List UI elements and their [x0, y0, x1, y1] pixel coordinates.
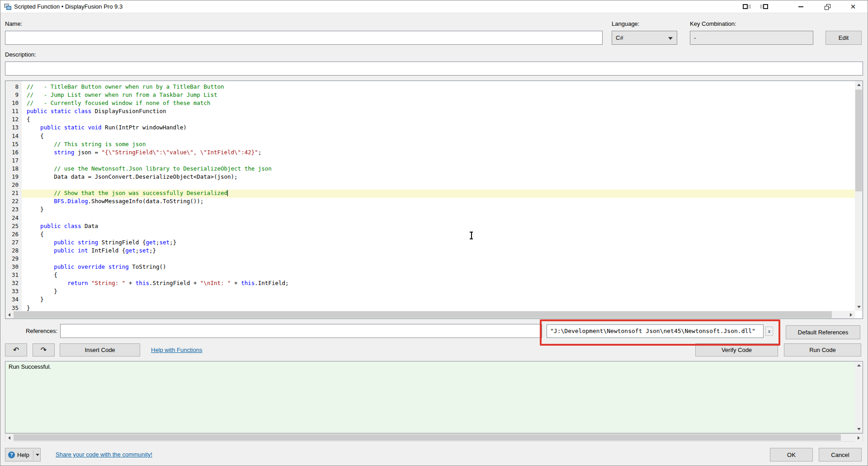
code-editor[interactable]: 8910111213141516171819202122232425262728…: [5, 81, 863, 319]
code-line[interactable]: }: [22, 288, 855, 296]
code-vscroll-thumb[interactable]: [855, 90, 862, 191]
chevron-down-icon[interactable]: [36, 454, 39, 456]
line-number: 14: [5, 133, 22, 141]
line-number: 9: [5, 91, 22, 100]
scroll-right-arrow-icon[interactable]: [847, 311, 855, 319]
code-line[interactable]: Data data = JsonConvert.DeserializeObjec…: [22, 173, 855, 181]
undo-button[interactable]: ↶: [5, 343, 27, 357]
insert-code-button[interactable]: Insert Code: [60, 343, 140, 357]
move-window-right-monitor-icon: [759, 4, 769, 10]
scroll-left-arrow-icon[interactable]: [5, 434, 13, 442]
output-panel[interactable]: Run Successful.: [5, 361, 863, 433]
default-references-button[interactable]: Default References: [786, 325, 860, 339]
code-line[interactable]: // This string is some json: [22, 141, 855, 149]
restore-icon: [825, 4, 830, 10]
code-line[interactable]: {: [22, 133, 855, 141]
code-line[interactable]: public override string ToString(): [22, 263, 855, 271]
code-line[interactable]: // use the Newtonsoft.Json library to De…: [22, 165, 855, 173]
code-line[interactable]: public static void Run(IntPtr windowHand…: [22, 124, 855, 132]
code-line[interactable]: string json = "{\"StringField\":\"value\…: [22, 149, 855, 157]
code-line[interactable]: {: [22, 271, 855, 280]
code-line[interactable]: }: [22, 304, 855, 311]
output-hscroll-thumb[interactable]: [14, 434, 841, 441]
code-line[interactable]: public class Data: [22, 223, 855, 231]
line-number: 15: [5, 141, 22, 149]
key-combination-field[interactable]: -: [690, 31, 813, 45]
verify-code-button[interactable]: Verify Code: [695, 343, 778, 357]
code-vertical-scrollbar[interactable]: [855, 81, 863, 311]
code-line[interactable]: [22, 181, 855, 190]
name-input[interactable]: [5, 31, 603, 45]
code-line[interactable]: [22, 255, 855, 263]
share-code-link[interactable]: Share your code with the community!: [56, 451, 152, 458]
line-number: 25: [5, 223, 22, 231]
line-numbers: 8910111213141516171819202122232425262728…: [5, 81, 22, 311]
scroll-down-arrow-icon[interactable]: [855, 425, 863, 433]
code-lines[interactable]: // - TitleBar Button owner when run by a…: [22, 81, 855, 311]
edit-key-combination-button[interactable]: Edit: [826, 31, 862, 45]
divider: [33, 450, 33, 460]
line-number: 22: [5, 198, 22, 206]
code-line[interactable]: }: [22, 206, 855, 214]
redo-button[interactable]: ↷: [33, 343, 55, 357]
code-line[interactable]: public int IntField {get;set;}: [22, 247, 855, 255]
code-line[interactable]: }: [22, 296, 855, 304]
line-number: 23: [5, 206, 22, 214]
code-line[interactable]: {: [22, 231, 855, 239]
code-line[interactable]: // - Currently focused window if none of…: [22, 100, 855, 108]
move-window-right-monitor-button[interactable]: [756, 0, 772, 13]
language-dropdown[interactable]: C#: [612, 31, 677, 45]
titlebar[interactable]: Scripted Function • DisplayFusion Pro 9.…: [0, 0, 868, 13]
code-line[interactable]: // Show that the json was successfully D…: [22, 190, 855, 198]
line-number: 34: [5, 296, 22, 304]
code-line[interactable]: return "String: " + this.StringField + "…: [22, 280, 855, 288]
code-line[interactable]: BFS.Dialog.ShowMessageInfo(data.ToString…: [22, 198, 855, 206]
line-number: 28: [5, 247, 22, 255]
code-hscroll-thumb[interactable]: [14, 311, 832, 318]
line-number: 11: [5, 108, 22, 116]
code-line[interactable]: // - TitleBar Button owner when run by a…: [22, 83, 855, 91]
close-icon: ✕: [850, 0, 856, 13]
line-number: 12: [5, 116, 22, 124]
line-number: 33: [5, 288, 22, 296]
scroll-left-arrow-icon[interactable]: [5, 311, 13, 319]
line-number: 13: [5, 124, 22, 132]
minimize-button[interactable]: [793, 0, 808, 13]
code-line[interactable]: {: [22, 116, 855, 124]
code-line[interactable]: [22, 157, 855, 165]
move-window-left-monitor-button[interactable]: [739, 0, 755, 13]
references-label: References:: [19, 324, 57, 338]
code-line[interactable]: public string StringField {get;set;}: [22, 239, 855, 247]
key-combination-label: Key Combination:: [690, 20, 736, 27]
description-input[interactable]: [5, 62, 863, 76]
ok-button[interactable]: OK: [770, 448, 813, 461]
help-with-functions-link[interactable]: Help with Functions: [151, 347, 202, 353]
redo-icon: ↷: [41, 347, 47, 354]
cancel-button[interactable]: Cancel: [819, 448, 862, 461]
code-line[interactable]: public static class DisplayFusionFunctio…: [22, 108, 855, 116]
scroll-down-arrow-icon[interactable]: [855, 303, 863, 311]
text-caret: [227, 190, 228, 196]
code-line[interactable]: // - Jump List owner when run from a Tas…: [22, 91, 855, 100]
references-list-input[interactable]: System.Data.dll | System.dll | System.Dr…: [60, 324, 542, 338]
scroll-right-arrow-icon[interactable]: [855, 434, 863, 442]
remove-reference-button[interactable]: x: [765, 327, 773, 336]
output-horizontal-scrollbar[interactable]: [5, 433, 863, 442]
line-number: 26: [5, 231, 22, 239]
chevron-down-icon: [668, 37, 673, 40]
output-vertical-scrollbar[interactable]: [855, 361, 863, 433]
code-horizontal-scrollbar[interactable]: [5, 311, 855, 319]
code-line[interactable]: [22, 214, 855, 223]
line-number: 16: [5, 149, 22, 157]
line-number: 24: [5, 214, 22, 223]
line-number: 29: [5, 255, 22, 263]
scroll-up-arrow-icon[interactable]: [855, 81, 863, 89]
scroll-up-arrow-icon[interactable]: [855, 361, 863, 369]
close-button[interactable]: ✕: [845, 0, 861, 13]
help-button[interactable]: ? Help: [5, 448, 41, 461]
run-code-button[interactable]: Run Code: [784, 343, 861, 357]
custom-reference-input[interactable]: "J:\Development\Newtonsoft Json\net45\Ne…: [547, 324, 764, 338]
restore-button[interactable]: [820, 0, 835, 13]
undo-icon: ↶: [13, 347, 19, 354]
help-icon: ?: [8, 452, 15, 458]
